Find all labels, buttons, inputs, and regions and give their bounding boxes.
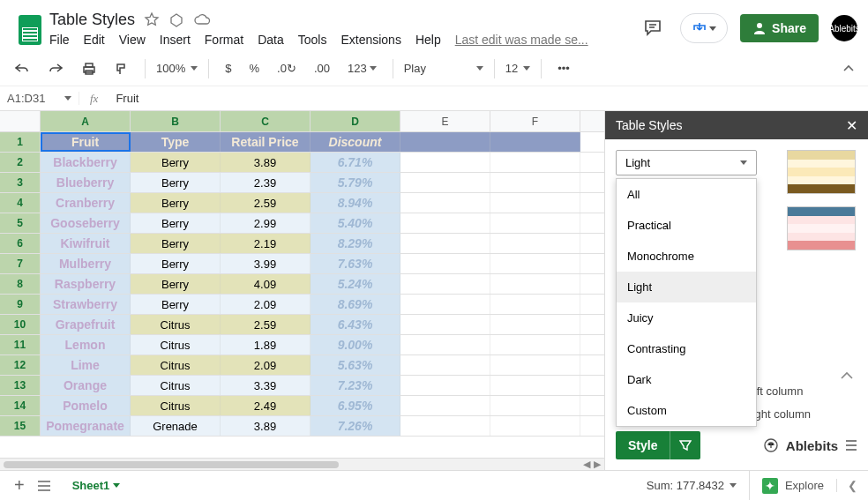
- cell[interactable]: [400, 234, 490, 253]
- last-edit-link[interactable]: Last edit was made se...: [455, 33, 588, 47]
- cell[interactable]: [490, 274, 580, 294]
- cell[interactable]: [400, 376, 490, 395]
- cell[interactable]: [490, 153, 580, 172]
- row-header[interactable]: 12: [0, 355, 41, 375]
- cell[interactable]: Blueberry: [41, 173, 131, 192]
- cell[interactable]: 2.59: [221, 193, 311, 213]
- cell[interactable]: Pomegranate: [41, 416, 131, 436]
- row-header[interactable]: 6: [0, 234, 41, 253]
- cell[interactable]: [400, 355, 490, 375]
- row-header[interactable]: 4: [0, 193, 41, 213]
- font-select[interactable]: Play: [404, 62, 483, 75]
- option-light[interactable]: Light: [617, 272, 756, 302]
- menu-help[interactable]: Help: [415, 33, 441, 47]
- style-options-button[interactable]: [670, 431, 700, 459]
- cell[interactable]: [400, 315, 490, 334]
- col-header-e[interactable]: E: [400, 111, 490, 131]
- option-monochrome[interactable]: Monochrome: [617, 241, 756, 272]
- cell[interactable]: Lime: [41, 355, 131, 375]
- cell[interactable]: 5.24%: [311, 274, 400, 294]
- cell[interactable]: Blackberry: [41, 153, 131, 172]
- sidebar-menu-icon[interactable]: [845, 439, 857, 451]
- cell[interactable]: Grenade: [131, 416, 221, 436]
- col-header-a[interactable]: A: [41, 111, 131, 131]
- menu-view[interactable]: View: [119, 33, 146, 47]
- menu-insert[interactable]: Insert: [160, 33, 191, 47]
- cell[interactable]: 6.95%: [311, 396, 400, 415]
- col-header-f[interactable]: F: [490, 111, 580, 131]
- option-all[interactable]: All: [617, 179, 756, 210]
- cell[interactable]: [400, 132, 490, 152]
- menu-format[interactable]: Format: [205, 33, 243, 47]
- row-header[interactable]: 14: [0, 396, 41, 415]
- cell[interactable]: 8.29%: [311, 234, 400, 253]
- cell[interactable]: [400, 254, 490, 273]
- cell[interactable]: [400, 335, 490, 354]
- decrease-decimal-button[interactable]: .0↻: [272, 58, 302, 78]
- all-sheets-button[interactable]: [37, 480, 51, 492]
- apply-style-button[interactable]: Style: [616, 431, 670, 459]
- cell[interactable]: [490, 376, 580, 395]
- menu-data[interactable]: Data: [258, 33, 284, 47]
- row-header[interactable]: 10: [0, 315, 41, 334]
- cell[interactable]: Citrus: [131, 335, 221, 354]
- row-header[interactable]: 11: [0, 335, 41, 354]
- cell[interactable]: Strawberry: [41, 295, 131, 314]
- quick-sum[interactable]: Sum: 177.8432: [634, 479, 749, 492]
- star-icon[interactable]: [144, 11, 160, 27]
- cell[interactable]: [400, 193, 490, 213]
- cell[interactable]: [400, 416, 490, 436]
- cell[interactable]: [490, 234, 580, 253]
- scroll-templates-up[interactable]: [840, 369, 854, 383]
- sheets-logo[interactable]: [19, 15, 41, 45]
- row-header[interactable]: 15: [0, 416, 41, 436]
- row-header[interactable]: 9: [0, 295, 41, 314]
- cell[interactable]: 2.49: [221, 396, 311, 415]
- cell[interactable]: [490, 254, 580, 273]
- cell[interactable]: 9.00%: [311, 335, 400, 354]
- comments-button[interactable]: [638, 13, 668, 43]
- cell[interactable]: Discount: [311, 132, 400, 152]
- cell[interactable]: 8.69%: [311, 295, 400, 314]
- cell[interactable]: 7.26%: [311, 416, 400, 436]
- move-icon[interactable]: [168, 11, 184, 27]
- menu-edit[interactable]: Edit: [84, 33, 105, 47]
- cell[interactable]: Pomelo: [41, 396, 131, 415]
- cell[interactable]: [400, 295, 490, 314]
- cell[interactable]: 1.89: [221, 335, 311, 354]
- cell[interactable]: [400, 274, 490, 294]
- account-avatar[interactable]: Ablebits: [831, 15, 857, 41]
- cell[interactable]: Gooseberry: [41, 213, 131, 233]
- cell[interactable]: Berry: [131, 274, 221, 294]
- template-preview-1[interactable]: [787, 150, 856, 194]
- row-header[interactable]: 3: [0, 173, 41, 192]
- cell[interactable]: 2.19: [221, 234, 311, 253]
- cell[interactable]: [490, 132, 580, 152]
- row-header[interactable]: 13: [0, 376, 41, 395]
- option-dark[interactable]: Dark: [617, 364, 756, 395]
- cell[interactable]: 7.23%: [311, 376, 400, 395]
- paint-format-button[interactable]: [109, 58, 134, 79]
- cell[interactable]: Berry: [131, 213, 221, 233]
- cell[interactable]: Cranberry: [41, 193, 131, 213]
- cell[interactable]: [490, 396, 580, 415]
- cell-reference-box[interactable]: A1:D31: [0, 92, 79, 105]
- cell[interactable]: 7.63%: [311, 254, 400, 273]
- more-toolbar-button[interactable]: •••: [552, 58, 575, 78]
- cell[interactable]: [400, 153, 490, 172]
- option-custom[interactable]: Custom: [617, 395, 756, 426]
- cell[interactable]: [490, 193, 580, 213]
- print-button[interactable]: [76, 58, 102, 79]
- col-header-d[interactable]: D: [311, 111, 400, 131]
- cell[interactable]: 3.99: [221, 254, 311, 273]
- more-formats-button[interactable]: 123: [342, 58, 382, 78]
- option-practical[interactable]: Practical: [617, 210, 756, 241]
- font-size-select[interactable]: 12: [505, 62, 530, 75]
- currency-button[interactable]: $: [220, 58, 236, 78]
- cell[interactable]: [400, 173, 490, 192]
- cell[interactable]: Retail Price: [221, 132, 311, 152]
- cell[interactable]: Citrus: [131, 376, 221, 395]
- cell[interactable]: 2.39: [221, 173, 311, 192]
- cell[interactable]: Berry: [131, 295, 221, 314]
- cell[interactable]: 6.43%: [311, 315, 400, 334]
